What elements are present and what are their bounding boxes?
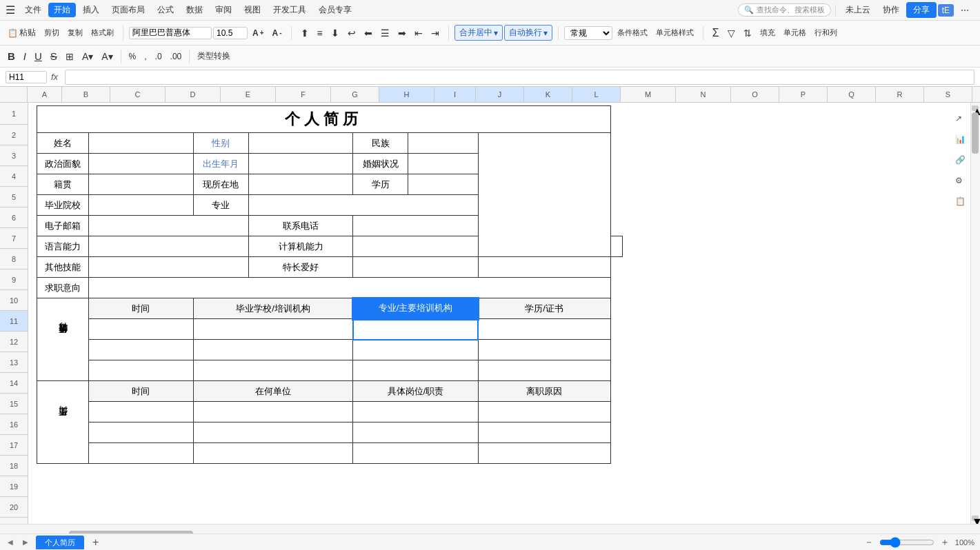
align-top-btn[interactable]: ⬆ xyxy=(297,26,312,40)
tool-clipboard-icon[interactable]: 📋 xyxy=(955,196,969,206)
decimal-remove-btn[interactable]: .00 xyxy=(167,50,186,63)
politics-value[interactable] xyxy=(89,154,194,174)
font-increase-btn[interactable]: A+ xyxy=(249,27,268,39)
cloud-status[interactable]: 未上云 xyxy=(840,3,876,17)
col-header-c[interactable]: C xyxy=(110,87,166,102)
row-num-8[interactable]: 8 xyxy=(0,249,28,269)
title-cell[interactable]: 个人简历 xyxy=(37,106,611,133)
paste-btn[interactable]: 📋 粘贴 xyxy=(4,26,39,40)
gender-value[interactable] xyxy=(248,133,353,154)
work-time-1[interactable] xyxy=(89,402,194,422)
phone-value[interactable] xyxy=(353,216,478,236)
edu-major-1[interactable] xyxy=(353,319,478,340)
col-header-e[interactable]: E xyxy=(221,87,276,102)
font-decrease-btn[interactable]: A- xyxy=(269,27,286,39)
cut-btn[interactable]: 剪切 xyxy=(41,26,63,39)
scroll-sheets-left[interactable]: ◀ xyxy=(6,538,15,547)
scroll-up-btn[interactable]: ▲ xyxy=(972,105,979,111)
edu-school-3[interactable] xyxy=(193,360,353,381)
row-num-5[interactable]: 5 xyxy=(0,187,28,207)
tool-settings-icon[interactable]: ⚙ xyxy=(955,176,969,185)
major-value[interactable] xyxy=(248,195,478,216)
filter-btn[interactable]: ▽ xyxy=(724,26,739,40)
col-header-m[interactable]: M xyxy=(621,87,676,102)
align-center-btn[interactable]: ☰ xyxy=(377,26,393,40)
horizontal-scrollbar[interactable] xyxy=(0,524,980,533)
italic-btn[interactable]: I xyxy=(20,49,30,63)
underline-btn[interactable]: U xyxy=(31,49,46,63)
menu-insert[interactable]: 插入 xyxy=(77,3,105,17)
zoom-out-btn[interactable]: － xyxy=(864,536,874,549)
edu-time-3[interactable] xyxy=(89,360,194,381)
menu-developer[interactable]: 开发工具 xyxy=(268,3,312,17)
work-position-2[interactable] xyxy=(353,422,478,443)
work-reason-3[interactable] xyxy=(478,443,610,464)
col-header-p[interactable]: P xyxy=(779,87,828,102)
edu-degree-2[interactable] xyxy=(478,340,610,360)
scroll-sheets-right[interactable]: ▶ xyxy=(21,538,30,547)
font-color-btn[interactable]: A▾ xyxy=(98,50,116,63)
cell-format-btn[interactable]: 单元格 xyxy=(780,26,810,39)
scroll-thumb[interactable] xyxy=(972,112,979,154)
percent-btn[interactable]: % xyxy=(126,50,140,63)
row-num-14[interactable]: 14 xyxy=(0,373,28,394)
scroll-down-btn[interactable]: ▼ xyxy=(972,516,979,521)
border-btn[interactable]: ⊞ xyxy=(62,50,77,63)
comma-btn[interactable]: , xyxy=(141,50,150,63)
cells-area[interactable]: 个人简历 姓名 性别 民族 xyxy=(28,103,970,524)
strikethrough-btn[interactable]: S xyxy=(47,49,61,63)
edu-school-2[interactable] xyxy=(193,340,353,360)
row-num-12[interactable]: 12 xyxy=(0,332,28,352)
skills-value[interactable] xyxy=(89,257,249,278)
zoom-in-btn[interactable]: ＋ xyxy=(940,536,950,549)
work-time-3[interactable] xyxy=(89,443,194,464)
work-reason-2[interactable] xyxy=(478,422,610,443)
col-header-h[interactable]: H xyxy=(379,87,434,102)
tool-expand-icon[interactable]: ↗ xyxy=(955,114,969,123)
native-value[interactable] xyxy=(89,174,194,195)
format-brush-btn[interactable]: 格式刷 xyxy=(88,26,117,39)
cell-reference-input[interactable] xyxy=(6,71,47,83)
align-bottom-btn[interactable]: ⬇ xyxy=(328,26,343,40)
menu-vip[interactable]: 会员专享 xyxy=(313,3,357,17)
location-value[interactable] xyxy=(248,174,353,195)
ethnicity-value[interactable] xyxy=(408,133,478,154)
row-num-19[interactable]: 19 xyxy=(0,476,28,497)
font-name-input[interactable] xyxy=(129,27,212,39)
menu-start[interactable]: 开始 xyxy=(48,3,76,17)
col-header-k[interactable]: K xyxy=(524,87,572,102)
menu-formula[interactable]: 公式 xyxy=(152,3,179,17)
birthdate-value[interactable] xyxy=(248,154,353,174)
menu-data[interactable]: 数据 xyxy=(181,3,208,17)
fill-color-btn[interactable]: A▾ xyxy=(79,50,97,63)
row-col-btn[interactable]: 行和列 xyxy=(811,26,841,39)
edu-school-1[interactable] xyxy=(193,319,353,340)
h-scroll-thumb[interactable] xyxy=(69,531,193,534)
work-reason-1[interactable] xyxy=(478,402,610,422)
cell-style-btn[interactable]: 单元格样式 xyxy=(652,26,697,39)
edu-degree-1[interactable] xyxy=(478,319,610,340)
menu-page-layout[interactable]: 页面布局 xyxy=(106,3,150,17)
search-box[interactable]: 🔍 查找命令、搜索模板 xyxy=(738,3,831,17)
tool-chart-icon[interactable]: 📊 xyxy=(955,134,969,144)
row-num-18[interactable]: 18 xyxy=(0,456,28,476)
col-header-g[interactable]: G xyxy=(331,87,379,102)
work-company-2[interactable] xyxy=(193,422,353,443)
language-value[interactable] xyxy=(89,236,249,257)
row-num-4[interactable]: 4 xyxy=(0,166,28,187)
add-sheet-btn[interactable]: + xyxy=(90,536,101,549)
col-header-o[interactable]: O xyxy=(731,87,779,102)
align-middle-btn[interactable]: ≡ xyxy=(314,26,326,40)
condition-format-btn[interactable]: 条件格式 xyxy=(614,26,651,39)
collab-btn[interactable]: 协作 xyxy=(877,3,905,17)
row-num-21[interactable]: 21 xyxy=(0,518,28,524)
col-header-q[interactable]: Q xyxy=(828,87,876,102)
sheet-tab-resume[interactable]: 个人简历 xyxy=(36,536,84,549)
row-num-6[interactable]: 6 xyxy=(0,207,28,228)
col-header-l[interactable]: L xyxy=(572,87,621,102)
vertical-scrollbar[interactable]: ▲ ▼ ↗ 📊 🔗 ⚙ 📋 xyxy=(970,103,980,524)
merge-dropdown-icon[interactable]: ▾ xyxy=(494,28,498,38)
number-format-select[interactable]: 常规 xyxy=(564,26,612,40)
work-position-3[interactable] xyxy=(353,443,478,464)
sort-icon[interactable]: ⇅ xyxy=(740,26,755,40)
